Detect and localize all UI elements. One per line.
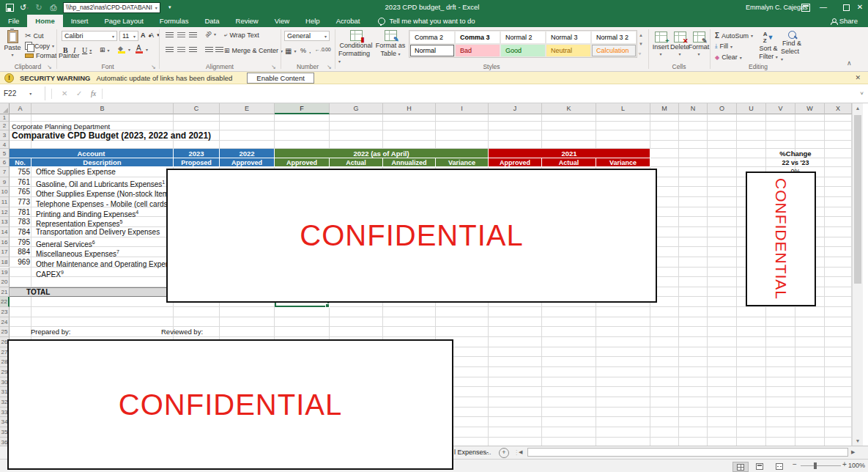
column-header-N[interactable]: N bbox=[679, 103, 708, 114]
paste-button[interactable]: Paste▾ bbox=[2, 30, 23, 57]
cell-style-comma-3[interactable]: Comma 3 bbox=[455, 31, 500, 44]
cell-style-normal-2[interactable]: Normal 2 bbox=[500, 31, 546, 44]
column-header-U[interactable]: U bbox=[737, 103, 766, 114]
row-header-2[interactable]: 2 bbox=[0, 122, 10, 130]
column-header-K[interactable]: K bbox=[542, 103, 596, 114]
font-size-select[interactable]: 11▾ bbox=[119, 31, 138, 41]
fill-button[interactable]: ⤓Fill▾ bbox=[715, 43, 732, 50]
cell-style-normal-3[interactable]: Normal 3 bbox=[546, 31, 591, 44]
row-header-13[interactable]: 13 bbox=[0, 217, 10, 227]
zoom-in-button[interactable]: + bbox=[842, 460, 847, 468]
column-header-E[interactable]: E bbox=[220, 103, 275, 114]
merge-center-button[interactable]: ⊞Merge & Center▾ bbox=[224, 47, 283, 54]
tab-file[interactable]: File bbox=[0, 15, 27, 27]
copy-button[interactable]: Copy▾ bbox=[25, 42, 54, 50]
scroll-down-icon[interactable]: ▼ bbox=[854, 438, 861, 443]
cut-button[interactable]: ✂Cut bbox=[25, 32, 43, 40]
number-dialog-launcher-icon[interactable]: ↘ bbox=[327, 64, 332, 70]
accounting-format-button[interactable]: ▦▾ bbox=[285, 47, 296, 55]
enable-content-button[interactable]: Enable Content bbox=[247, 73, 314, 84]
align-middle-button[interactable] bbox=[177, 32, 185, 39]
vertical-scrollbar[interactable]: ▲ ▼ bbox=[852, 103, 863, 446]
column-header-L[interactable]: L bbox=[596, 103, 650, 114]
column-header-F[interactable]: F bbox=[275, 103, 330, 114]
orientation-button[interactable]: ab▾ bbox=[205, 31, 216, 37]
font-color-button[interactable]: A▾ bbox=[135, 45, 148, 54]
column-header-C[interactable]: C bbox=[174, 103, 220, 114]
row-header-22[interactable]: 22 bbox=[0, 297, 10, 307]
row-header-14[interactable]: 14 bbox=[0, 227, 10, 237]
clear-button[interactable]: ◆Clear▾ bbox=[715, 54, 742, 61]
underline-button[interactable]: U▾ bbox=[82, 46, 92, 54]
tab-acrobat[interactable]: Acrobat bbox=[328, 15, 368, 27]
zoom-slider-thumb[interactable] bbox=[814, 462, 817, 469]
fill-color-button[interactable]: ◆▾ bbox=[117, 45, 130, 54]
find-select-button[interactable]: Find &Select ▾ bbox=[781, 31, 803, 62]
comma-style-button[interactable]: , bbox=[309, 47, 311, 54]
hscroll-right-icon[interactable]: ▶ bbox=[851, 449, 855, 455]
save-icon[interactable] bbox=[4, 2, 15, 12]
column-header-B[interactable]: B bbox=[31, 103, 174, 114]
column-header-H[interactable]: H bbox=[383, 103, 436, 114]
formula-bar-expand-icon[interactable]: ˅ bbox=[860, 86, 864, 100]
formula-input[interactable] bbox=[104, 86, 844, 100]
view-normal-button[interactable] bbox=[732, 462, 749, 472]
format-as-table-button[interactable]: ✎ Format asTable ▾ bbox=[375, 30, 406, 57]
sheet-tab[interactable]: l Expenses- bbox=[454, 449, 489, 456]
zoom-out-button[interactable]: − bbox=[793, 460, 797, 468]
tab-formulas[interactable]: Formulas bbox=[152, 15, 197, 27]
zoom-slider-track[interactable] bbox=[801, 465, 841, 466]
row-header-10[interactable]: 10 bbox=[0, 187, 10, 197]
row-header-11[interactable]: 11 bbox=[0, 197, 10, 207]
cell-style-good[interactable]: Good bbox=[500, 44, 546, 57]
tab-insert[interactable]: Insert bbox=[63, 15, 97, 27]
name-box[interactable]: F22 ▾ bbox=[0, 86, 45, 100]
cell-style-normal-3-2[interactable]: Normal 3 2 bbox=[591, 31, 637, 44]
cell-style-comma-2[interactable]: Comma 2 bbox=[409, 31, 455, 44]
row-header-12[interactable]: 12 bbox=[0, 207, 10, 218]
qat-path-box[interactable]: \\hp_nas2\nas\CPD-DATABANI▾ bbox=[63, 2, 160, 13]
tab-view[interactable]: View bbox=[267, 15, 297, 27]
undo-icon[interactable]: ↺▾ bbox=[19, 2, 29, 12]
ribbon-display-options-icon[interactable] bbox=[797, 0, 813, 15]
row-header-16[interactable]: 16 bbox=[0, 237, 10, 248]
align-bottom-button[interactable] bbox=[189, 32, 197, 39]
cell-style-bad[interactable]: Bad bbox=[455, 44, 500, 57]
italic-button[interactable]: I bbox=[73, 46, 75, 54]
column-header-W[interactable]: W bbox=[795, 103, 825, 114]
insert-function-icon[interactable]: fx bbox=[91, 86, 96, 100]
row-header-24[interactable]: 24 bbox=[0, 317, 10, 328]
restore-button[interactable] bbox=[837, 0, 853, 15]
row-header-3[interactable]: 3 bbox=[0, 130, 10, 141]
sheet-tab-overflow[interactable]: ... bbox=[486, 449, 492, 456]
insert-cells-button[interactable]: + Insert▾ bbox=[652, 32, 669, 56]
horizontal-scroll-thumb[interactable] bbox=[527, 448, 848, 457]
share-button[interactable]: Share bbox=[831, 15, 858, 27]
view-page-layout-button[interactable] bbox=[752, 462, 767, 471]
row-header-1[interactable]: 1 bbox=[0, 114, 10, 122]
cell-style-neutral[interactable]: Neutral bbox=[546, 44, 591, 57]
font-family-select[interactable]: Calibri▾ bbox=[62, 31, 117, 41]
borders-button[interactable]: ⊞▾ bbox=[100, 46, 110, 54]
wrap-text-button[interactable]: ⤶Wrap Text bbox=[224, 32, 259, 39]
number-format-select[interactable]: General▾ bbox=[284, 31, 330, 41]
gallery-more-icon[interactable]: ▿ bbox=[639, 51, 641, 56]
increase-decimal-button[interactable]: ←.0 bbox=[315, 47, 324, 52]
scroll-up-icon[interactable]: ▲ bbox=[854, 106, 861, 111]
row-header-21[interactable]: 21 bbox=[0, 287, 10, 298]
row-header-23[interactable]: 23 bbox=[0, 307, 10, 317]
percent-style-button[interactable]: % bbox=[300, 47, 306, 54]
alignment-dialog-launcher-icon[interactable]: ↘ bbox=[271, 64, 276, 70]
tab-help[interactable]: Help bbox=[297, 15, 328, 27]
autosum-button[interactable]: ΣAutoSum▾ bbox=[715, 32, 753, 40]
align-left-button[interactable] bbox=[166, 47, 174, 54]
row-header-4[interactable]: 4 bbox=[0, 141, 10, 149]
row-header-18[interactable]: 18 bbox=[0, 257, 10, 268]
cell-style-calculation[interactable]: Calculation bbox=[591, 44, 637, 57]
column-header-M[interactable]: M bbox=[650, 103, 679, 114]
row-header-25[interactable]: 25 bbox=[0, 327, 10, 337]
column-header-O[interactable]: O bbox=[708, 103, 737, 114]
clipboard-dialog-launcher-icon[interactable]: ↘ bbox=[47, 64, 52, 70]
row-header-19[interactable]: 19 bbox=[0, 268, 10, 278]
column-header-X[interactable]: X bbox=[825, 103, 852, 114]
